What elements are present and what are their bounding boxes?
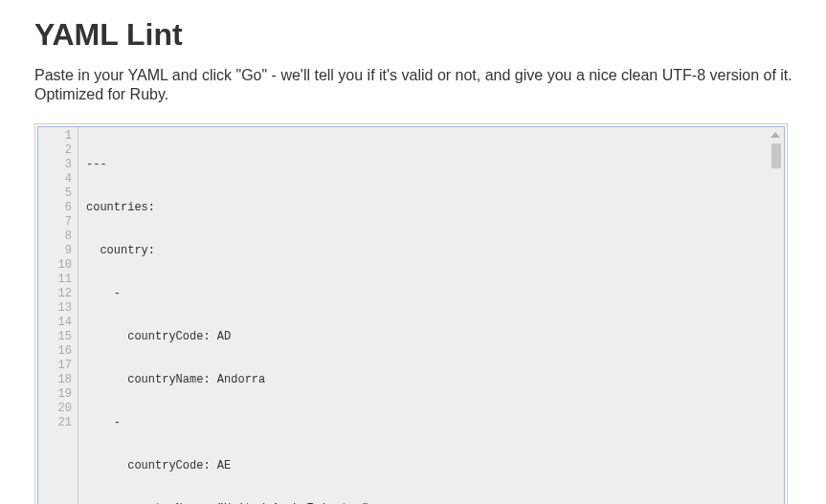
line-number: 6 (38, 201, 72, 215)
code-line: countries: (86, 201, 784, 215)
line-number: 2 (38, 143, 72, 158)
line-number: 12 (38, 287, 72, 301)
line-number: 14 (38, 316, 72, 330)
page-title: YAML Lint (34, 17, 826, 53)
scroll-thumb[interactable] (771, 143, 781, 168)
code-line: countryCode: AE (86, 459, 784, 473)
code-line: --- (86, 158, 784, 172)
line-number-gutter: 1 2 3 4 5 6 7 8 9 10 11 12 13 14 15 16 1… (38, 127, 78, 504)
line-number: 1 (38, 129, 72, 143)
line-number: 4 (38, 172, 72, 186)
code-line: - (86, 416, 784, 430)
line-number: 13 (38, 301, 72, 316)
code-line: - (86, 287, 784, 301)
line-number: 15 (38, 330, 72, 344)
code-content[interactable]: --- countries: country: - countryCode: A… (78, 127, 784, 504)
line-number: 5 (38, 186, 72, 201)
line-number: 10 (38, 258, 72, 273)
vertical-scrollbar[interactable] (770, 130, 782, 504)
line-number: 18 (38, 373, 72, 387)
code-line: countryCode: AD (86, 330, 784, 344)
line-number: 9 (38, 244, 72, 258)
page-description: Paste in your YAML and click "Go" - we'l… (34, 66, 826, 104)
line-number: 19 (38, 387, 72, 402)
line-number: 3 (38, 158, 72, 172)
line-number: 16 (38, 344, 72, 359)
yaml-editor[interactable]: 1 2 3 4 5 6 7 8 9 10 11 12 13 14 15 16 1… (34, 123, 788, 504)
line-number: 21 (38, 416, 72, 430)
line-number: 17 (38, 359, 72, 373)
scroll-up-icon[interactable] (770, 132, 780, 138)
line-number: 7 (38, 215, 72, 230)
code-line: countryName: Andorra (86, 373, 784, 387)
line-number: 8 (38, 230, 72, 244)
line-number: 20 (38, 402, 72, 416)
line-number: 11 (38, 273, 72, 287)
code-line: country: (86, 244, 784, 258)
